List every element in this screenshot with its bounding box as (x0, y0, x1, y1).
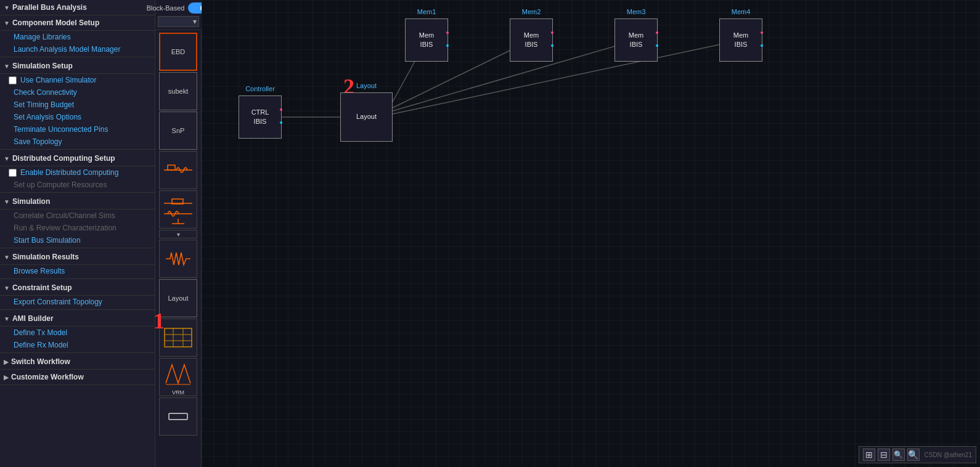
palette-item-subckt[interactable]: subekt (159, 72, 197, 110)
section-header-simulation-setup[interactable]: ▼ Simulation Setup (0, 59, 155, 74)
section-header-customize-workflow[interactable]: ▶ Customize Workflow (0, 370, 155, 385)
section-header-component-model-setup[interactable]: ▼ Component Model Setup (0, 15, 155, 31)
sidebar-item-manage-libraries[interactable]: Manage Libraries (0, 31, 155, 43)
left-panel: ▼ Parallel Bus Analysis ▼ Component Mode… (0, 0, 155, 467)
zoom-in-btn[interactable]: 🔍 (892, 449, 905, 461)
palette-label-subckt: subekt (168, 87, 188, 95)
svg-rect-1 (168, 165, 175, 170)
sidebar-item-save-topology[interactable]: Save Topology (0, 136, 155, 148)
comp-inner-mem4: Mem IBIS (733, 31, 748, 50)
comp-inner-mem2: Mem IBIS (524, 31, 539, 50)
top-bar: Block-Based ▾ (155, 0, 202, 30)
item-label-define-rx: Define Rx Model (14, 341, 68, 349)
sidebar-item-start-bus-sim[interactable]: Start Bus Simulation (0, 234, 155, 246)
section-arrow-simulation: ▼ (4, 198, 10, 205)
comp-inner-mem1: Mem IBIS (419, 31, 434, 50)
section-header-distributed-computing[interactable]: ▼ Distributed Computing Setup (0, 151, 155, 166)
checkbox-enable-distributed[interactable] (9, 169, 17, 177)
item-label-check-connectivity: Check Connectivity (14, 88, 77, 97)
checkbox-use-channel-sim[interactable] (9, 76, 17, 84)
sidebar-item-correlate-circuit: Correlate Circuit/Channel Sims (0, 209, 155, 222)
item-label-save-topology: Save Topology (14, 137, 62, 146)
comp-label-mem1: Mem1 (417, 8, 436, 15)
wire-layer (202, 0, 980, 467)
palette-label-ebd: EBD (171, 48, 186, 55)
palette-scroll-down[interactable]: ▾ (159, 230, 197, 238)
item-label-set-analysis-options: Set Analysis Options (14, 113, 81, 121)
item-label-export-constraint: Export Constraint Topology (14, 298, 102, 306)
section-arrow-constraint-setup: ▼ (4, 285, 10, 291)
sidebar-item-use-channel-sim[interactable]: Use Channel Simulator (0, 74, 155, 86)
watermark: CSDN @athen21 (925, 452, 972, 458)
sidebar-item-launch-analysis[interactable]: Launch Analysis Model Manager (0, 43, 155, 55)
comp-inner-controller: CTRL IBIS (251, 108, 269, 127)
sidebar-content: ▼ Component Model SetupManage LibrariesL… (0, 15, 155, 385)
comp-label-mem4: Mem4 (732, 8, 751, 15)
sidebar-item-define-rx[interactable]: Define Rx Model (0, 339, 155, 351)
item-label-manage-libraries: Manage Libraries (14, 33, 71, 41)
comp-label-mem3: Mem3 (627, 8, 646, 15)
comp-label-mem2: Mem2 (522, 8, 541, 15)
zoom-out-btn[interactable]: ⊟ (878, 449, 890, 461)
item-label-set-timing-budget: Set Timing Budget (14, 100, 74, 109)
palette-item-vrm[interactable]: VRM (159, 358, 197, 396)
section-arrow-ami-builder: ▼ (4, 315, 10, 322)
item-label-setup-computer: Set up Computer Resources (14, 181, 107, 189)
item-label-correlate-circuit: Correlate Circuit/Channel Sims (14, 211, 115, 220)
component-mem3[interactable]: Mem3Mem IBIS (615, 18, 658, 62)
item-label-terminate-unconnected: Terminate Unconnected Pins (14, 125, 108, 134)
comp-inner-mem3: Mem IBIS (629, 31, 643, 50)
section-header-simulation[interactable]: ▼ Simulation (0, 194, 155, 209)
sidebar-item-enable-distributed[interactable]: Enable Distributed Computing (0, 166, 155, 179)
palette-label-layout: Layout (168, 294, 188, 302)
component-mem4[interactable]: Mem4Mem IBIS (719, 18, 762, 62)
sidebar-item-setup-computer: Set up Computer Resources (0, 179, 155, 191)
section-header-simulation-results[interactable]: ▼ Simulation Results (0, 250, 155, 265)
sidebar-item-define-tx[interactable]: Define Tx Model (0, 327, 155, 339)
component-controller[interactable]: ControllerCTRL IBIS (239, 95, 282, 139)
annotation-1: 1 (153, 308, 165, 334)
item-label-enable-distributed: Enable Distributed Computing (20, 168, 118, 177)
zoom-fit-btn[interactable]: ⊞ (863, 449, 875, 461)
section-header-switch-workflow[interactable]: ▶ Switch Workflow (0, 354, 155, 370)
sidebar-item-export-constraint[interactable]: Export Constraint Topology (0, 296, 155, 308)
palette-item-rl-network[interactable] (159, 151, 197, 189)
zoom-reset-btn[interactable]: 🔍 (907, 449, 920, 461)
section-arrow-component-model-setup: ▼ (4, 20, 10, 26)
palette-item-layout[interactable]: Layout (159, 279, 197, 317)
palette-item-tline[interactable] (159, 397, 197, 436)
item-label-start-bus-sim: Start Bus Simulation (14, 236, 81, 245)
section-arrow-distributed-computing: ▼ (4, 155, 10, 162)
section-arrow-switch-workflow: ▶ (4, 359, 9, 365)
section-header-constraint-setup[interactable]: ▼ Constraint Setup (0, 280, 155, 296)
mode-dropdown[interactable] (158, 16, 199, 27)
component-mem2[interactable]: Mem2Mem IBIS (510, 18, 553, 62)
app-title: ▼ Parallel Bus Analysis (0, 0, 155, 15)
item-label-launch-analysis: Launch Analysis Model Manager (14, 45, 120, 54)
canvas-content: 2Mem1Mem IBISMem2Mem IBISMem3Mem IBISMem… (202, 0, 980, 467)
palette-item-ebd[interactable]: EBD (159, 33, 197, 71)
sidebar-item-set-timing-budget[interactable]: Set Timing Budget (0, 99, 155, 111)
sidebar-item-browse-results[interactable]: Browse Results (0, 265, 155, 277)
sidebar-item-set-analysis-options[interactable]: Set Analysis Options (0, 111, 155, 123)
component-layout-comp[interactable]: LayoutLayout (340, 92, 393, 142)
main-canvas[interactable]: 2Mem1Mem IBISMem2Mem IBISMem3Mem IBISMem… (202, 0, 980, 467)
section-header-ami-builder[interactable]: ▼ AMI Builder (0, 311, 155, 327)
palette-item-resistor-arr[interactable] (159, 240, 197, 278)
zoom-controls: ⊞ ⊟ 🔍 🔍 CSDN @athen21 (859, 446, 976, 463)
item-label-use-channel-sim: Use Channel Simulator (20, 76, 96, 84)
sidebar-item-terminate-unconnected[interactable]: Terminate Unconnected Pins (0, 123, 155, 136)
palette-label-vrm: VRM (172, 389, 184, 396)
palette-item-snp[interactable]: SnP (159, 112, 197, 150)
sidebar-item-check-connectivity[interactable]: Check Connectivity (0, 86, 155, 99)
component-mem1[interactable]: Mem1Mem IBIS (405, 18, 448, 62)
palette-area: Block-Based ▾ EBDsubektSnP▾LayoutVRM (155, 0, 202, 467)
section-arrow-simulation-results: ▼ (4, 254, 10, 261)
sidebar-item-run-review: Run & Review Characterization (0, 222, 155, 234)
app-arrow: ▼ (4, 4, 10, 11)
item-label-browse-results: Browse Results (14, 267, 65, 275)
palette-item-fdtd[interactable] (159, 319, 197, 357)
palette-item-rlc[interactable] (159, 190, 197, 229)
item-label-run-review: Run & Review Characterization (14, 224, 116, 232)
comp-inner-layout-comp: Layout (356, 112, 377, 121)
